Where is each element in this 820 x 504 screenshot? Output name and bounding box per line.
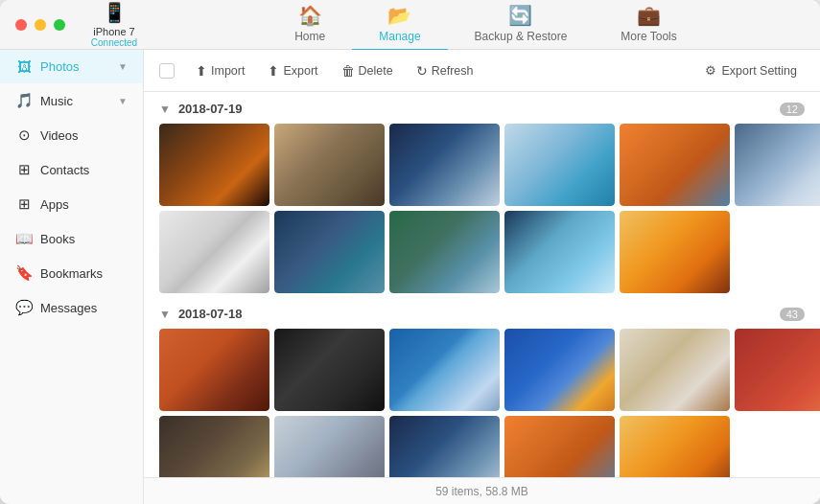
count-badge-1: 12 <box>780 103 805 116</box>
videos-icon: ⊙ <box>15 126 33 144</box>
titlebar: 📱 iPhone 7 Connected 🏠 Home 📂 Manage 🔄 B… <box>0 0 820 50</box>
tab-backup[interactable]: 🔄 Backup & Restore <box>448 0 595 51</box>
date-header-1: ▼ 2018-07-19 12 <box>159 102 805 116</box>
toolbar: ⬆ Import ⬆ Export 🗑 Delete ↻ Refresh ⚙ <box>144 50 820 92</box>
photo-thumb[interactable] <box>735 124 820 206</box>
photo-thumb[interactable] <box>389 329 500 411</box>
tools-icon: 💼 <box>637 4 661 27</box>
import-icon: ⬆ <box>196 63 207 79</box>
sidebar-item-photos[interactable]: 🖼 Photos ▼ <box>0 50 143 83</box>
sidebar-item-videos[interactable]: ⊙ Videos <box>0 118 143 152</box>
photo-thumb[interactable] <box>389 124 500 206</box>
main-layout: 🖼 Photos ▼ 🎵 Music ▼ ⊙ Videos ⊞ Contacts… <box>0 50 820 504</box>
sidebar-item-books[interactable]: 📖 Books <box>0 221 143 256</box>
home-icon: 🏠 <box>298 4 322 27</box>
photo-thumb[interactable] <box>159 124 269 206</box>
photo-thumb[interactable] <box>504 416 615 477</box>
backup-icon: 🔄 <box>508 4 532 27</box>
photos-icon: 🖼 <box>15 58 33 75</box>
refresh-button[interactable]: ↻ Refresh <box>407 58 483 83</box>
status-text: 59 items, 58.8 MB <box>435 485 528 498</box>
photo-area: ▼ 2018-07-19 12 <box>144 92 820 477</box>
photo-thumb[interactable] <box>504 329 615 411</box>
photo-thumb[interactable] <box>389 211 500 293</box>
photo-thumb[interactable] <box>159 329 269 411</box>
refresh-label: Refresh <box>432 64 474 78</box>
photo-thumb[interactable] <box>274 329 385 411</box>
photo-grid-1-row2 <box>159 211 805 293</box>
photo-grid-2-row1 <box>159 329 805 411</box>
photo-thumb[interactable] <box>159 211 269 293</box>
music-icon: 🎵 <box>15 92 33 109</box>
sidebar-messages-label: Messages <box>40 301 97 315</box>
photo-thumb[interactable] <box>620 211 730 293</box>
photo-thumb[interactable] <box>620 329 730 411</box>
sidebar-item-contacts[interactable]: ⊞ Contacts <box>0 152 143 187</box>
photo-thumb[interactable] <box>504 124 615 206</box>
minimize-button[interactable] <box>35 19 46 31</box>
gear-icon: ⚙ <box>705 63 716 78</box>
delete-label: Delete <box>359 64 393 78</box>
tab-home[interactable]: 🏠 Home <box>268 0 352 51</box>
photo-thumb[interactable] <box>389 416 500 477</box>
export-label: Export <box>283 64 317 78</box>
sidebar-item-bookmarks[interactable]: 🔖 Bookmarks <box>0 256 143 290</box>
date-group-1: ▼ 2018-07-19 12 <box>159 102 805 293</box>
photo-grid-2-row2 <box>159 416 805 477</box>
collapse-arrow-2[interactable]: ▼ <box>159 308 171 321</box>
close-button[interactable] <box>15 19 27 31</box>
photo-thumb[interactable] <box>735 329 820 411</box>
export-setting-label: Export Setting <box>721 64 797 78</box>
sidebar-bookmarks-label: Bookmarks <box>40 266 103 281</box>
apps-icon: ⊞ <box>15 195 33 213</box>
export-icon: ⬆ <box>268 63 279 79</box>
maximize-button[interactable] <box>54 19 65 31</box>
date-header-2: ▼ 2018-07-18 43 <box>159 307 805 321</box>
export-button[interactable]: ⬆ Export <box>258 58 327 83</box>
manage-icon: 📂 <box>387 4 411 27</box>
device-info: 📱 iPhone 7 Connected <box>81 1 148 48</box>
sidebar-contacts-label: Contacts <box>40 163 89 177</box>
photo-thumb[interactable] <box>274 124 385 206</box>
window-controls <box>15 19 65 31</box>
trash-icon: 🗑 <box>341 63 355 79</box>
nav-tabs: 🏠 Home 📂 Manage 🔄 Backup & Restore 💼 Mor… <box>167 0 805 51</box>
tab-tools-label: More Tools <box>621 30 676 43</box>
date-label-2: 2018-07-18 <box>178 307 243 321</box>
photo-thumb[interactable] <box>274 416 385 477</box>
status-bar: 59 items, 58.8 MB <box>144 477 820 504</box>
bookmarks-icon: 🔖 <box>15 264 33 282</box>
photo-thumb[interactable] <box>620 416 730 477</box>
select-all-checkbox[interactable] <box>159 63 175 79</box>
messages-icon: 💬 <box>15 299 33 316</box>
main-window: 📱 iPhone 7 Connected 🏠 Home 📂 Manage 🔄 B… <box>0 0 820 504</box>
import-label: Import <box>211 64 245 78</box>
chevron-down-icon: ▼ <box>118 61 128 72</box>
photo-thumb[interactable] <box>274 211 385 293</box>
tab-manage[interactable]: 📂 Manage <box>352 0 447 51</box>
sidebar-books-label: Books <box>40 232 75 246</box>
device-status: Connected <box>91 37 137 48</box>
photo-thumb[interactable] <box>620 124 730 206</box>
books-icon: 📖 <box>15 230 33 247</box>
import-button[interactable]: ⬆ Import <box>186 58 254 83</box>
sidebar-item-music[interactable]: 🎵 Music ▼ <box>0 83 143 118</box>
sidebar: 🖼 Photos ▼ 🎵 Music ▼ ⊙ Videos ⊞ Contacts… <box>0 50 144 504</box>
delete-button[interactable]: 🗑 Delete <box>332 58 403 83</box>
photo-thumb[interactable] <box>504 211 615 293</box>
tab-manage-label: Manage <box>379 30 420 43</box>
export-setting-button[interactable]: ⚙ Export Setting <box>697 58 805 82</box>
sidebar-item-messages[interactable]: 💬 Messages <box>0 290 143 325</box>
contacts-icon: ⊞ <box>15 161 33 178</box>
sidebar-music-label: Music <box>40 94 73 108</box>
sidebar-videos-label: Videos <box>40 128 79 143</box>
chevron-down-icon-music: ▼ <box>118 96 128 106</box>
tab-backup-label: Backup & Restore <box>475 30 568 43</box>
sidebar-item-apps[interactable]: ⊞ Apps <box>0 187 143 221</box>
date-label-1: 2018-07-19 <box>178 102 243 116</box>
sidebar-apps-label: Apps <box>40 197 69 212</box>
tab-tools[interactable]: 💼 More Tools <box>594 0 703 51</box>
content-area: ⬆ Import ⬆ Export 🗑 Delete ↻ Refresh ⚙ <box>144 50 820 504</box>
photo-thumb[interactable] <box>159 416 269 477</box>
collapse-arrow-1[interactable]: ▼ <box>159 103 171 116</box>
